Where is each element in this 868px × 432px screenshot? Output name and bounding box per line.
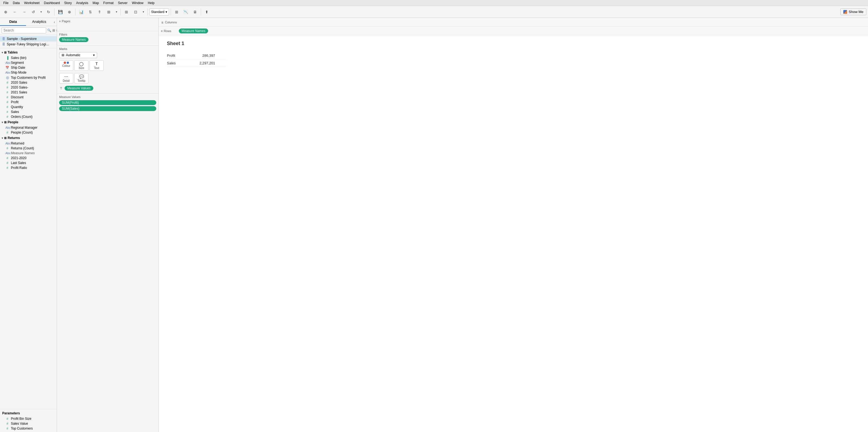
menu-format[interactable]: Format [101,0,116,6]
chart-button[interactable]: 📉 [182,8,190,16]
undo-button[interactable]: ↺ [29,8,37,16]
grid-button[interactable]: ⊞ [173,8,181,16]
datasource-spear-tukey[interactable]: 🗄 Spear-Tukey Shipping Logi... [0,41,57,47]
forward-button[interactable]: → [20,8,28,16]
marks-buttons: Colour ◯ Size T Text [59,60,156,71]
detail-button[interactable]: ⋯ Detail [59,73,73,84]
field-sales[interactable]: # Sales [0,109,57,114]
redo-button[interactable]: ↻ [44,8,53,16]
menu-data[interactable]: Data [10,0,22,6]
tab-data[interactable]: Data [0,18,26,26]
filter-icon[interactable]: ⊞ [52,27,55,34]
field-orders-count[interactable]: # Orders (Count) [0,114,57,119]
menu-analysis[interactable]: Analysis [74,0,91,6]
size-icon: ◯ [79,62,84,66]
tooltip-label: Tooltip [78,79,86,82]
field-quantity[interactable]: # Quantity [0,105,57,109]
rows-measure-names-pill[interactable]: Measure Names [179,29,208,33]
share-button[interactable]: ⬆ [203,8,211,16]
rows-shelf: ≡ Rows Measure Names [159,27,868,35]
sort-group-button[interactable]: ⊞ [105,8,113,16]
menu-file[interactable]: File [1,0,10,6]
tables-arrow-icon: ▾ [2,51,3,54]
marks-type-label: Automatic [66,53,80,57]
show-me-label: Show Me [849,10,863,14]
filters-shelf: Filters Measure Names [57,31,158,46]
menu-server[interactable]: Server [116,0,130,6]
menu-help[interactable]: Help [146,0,157,6]
menu-worksheet[interactable]: Worksheet [22,0,42,6]
fit-dropdown[interactable]: ▾ [141,8,146,16]
hash-icon: # [5,81,9,84]
datasource-sample-superstore[interactable]: 🗄 Sample - Superstore [0,36,57,41]
field-last-sales[interactable]: # Last Sales [0,161,57,165]
filters-measure-names-pill[interactable]: Measure Names [59,37,89,42]
field-segment[interactable]: Abc Segment [0,60,57,65]
field-discount[interactable]: # Discount [0,95,57,99]
show-me-button[interactable]: Show Me [840,8,866,15]
hash-icon-11: # [5,156,9,160]
tables-section-header[interactable]: ▾ ⊞ Tables [0,50,57,55]
datasource-label-2: Spear-Tukey Shipping Logi... [7,42,49,46]
data-table: Profit286,397Sales2,297,201 [167,52,226,67]
undo-dropdown[interactable]: ▾ [38,8,43,16]
bar-chart-button[interactable]: 📊 [77,8,85,16]
layout-button[interactable]: ⊞ [122,8,130,16]
menu-story[interactable]: Story [62,0,74,6]
sort-asc-button[interactable]: ⇑ [95,8,104,16]
sum-sales-pill[interactable]: SUM(Sales) [59,106,156,111]
marks-card: Marks ⊞ Automatic ▾ [57,46,158,94]
field-2020-sales-2[interactable]: # 2020 Sales- [0,85,57,90]
size-button[interactable]: ◯ Size [74,60,89,71]
param-profit-bin-size[interactable]: # Profit Bin Size [0,416,57,421]
field-2021-sales[interactable]: # 2021 Sales [0,90,57,95]
show-me-icon [843,10,847,14]
search-icon[interactable]: 🔍 [47,27,51,34]
field-profit[interactable]: # Profit [0,99,57,105]
hash-icon-p2: # [5,422,9,425]
pages-label: ≡ Pages [59,20,156,23]
new-ds-button[interactable]: ⊕ [65,8,73,16]
tooltip-button[interactable]: 💬 Tooltip [74,73,89,84]
menu-map[interactable]: Map [90,0,101,6]
field-measure-names[interactable]: Abc Measure Names [0,151,57,155]
text-button[interactable]: T Text [90,60,104,71]
people-section-header[interactable]: ▾ ⊞ People [0,119,57,125]
field-returned[interactable]: Abc Returned [0,141,57,146]
field-people-count[interactable]: # People (Count) [0,130,57,135]
field-2021-2020[interactable]: # 2021-2020 [0,155,57,161]
sort-dropdown[interactable]: ▾ [114,8,119,16]
marks-type-dropdown[interactable]: ⊞ Automatic ▾ [59,52,97,58]
param-top-customers[interactable]: # Top Customers [0,426,57,431]
field-ship-date[interactable]: 📅 Ship Date [0,65,57,70]
field-ship-mode[interactable]: Abc Ship Mode [0,70,57,75]
menu-dashboard[interactable]: Dashboard [42,0,62,6]
hash-icon-7: # [5,110,9,114]
menu-window[interactable]: Window [130,0,146,6]
panel-close-button[interactable]: ‹ [52,18,57,26]
param-sales-value[interactable]: # Sales Value [0,421,57,426]
home-button[interactable]: ⊕ [2,8,10,16]
field-sales-bin[interactable]: ▐ Sales (bin) [0,55,57,60]
field-top-customers[interactable]: ◎ Top Customers by Profit [0,75,57,80]
device-button[interactable]: 🖥 [191,8,199,16]
colour-button[interactable]: Colour [59,60,73,71]
fit-button[interactable]: ⊡ [132,8,140,16]
save-button[interactable]: 💾 [56,8,64,16]
field-2020-sales[interactable]: # 2020 Sales [0,80,57,85]
returns-section-header[interactable]: ▾ ⊞ Returns [0,135,57,141]
swap-button[interactable]: ⇅ [86,8,94,16]
hash-icon-3: # [5,91,9,94]
sum-profit-pill[interactable]: SUM(Profit) [59,100,156,105]
columns-label: ⫼ Columns [161,21,177,24]
search-input[interactable] [2,27,46,33]
view-size-dropdown[interactable]: Standard ▾ [149,8,169,16]
hash-icon-4: # [5,95,9,99]
back-button[interactable]: ← [11,8,19,16]
text-measure-values-pill[interactable]: Measure Values [65,86,93,91]
field-returns-count[interactable]: # Returns (Count) [0,146,57,151]
tab-analytics[interactable]: Analytics [26,18,52,26]
field-profit-ratio[interactable]: # Profit Ratio [0,165,57,170]
field-regional-manager[interactable]: Abc Regional Manager [0,125,57,130]
returns-arrow-icon: ▾ [2,137,3,140]
